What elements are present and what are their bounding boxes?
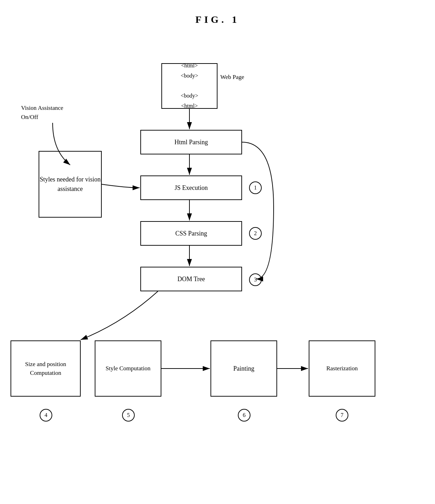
rasterization-box: Rasterization bbox=[309, 340, 375, 397]
painting-label: Painting bbox=[233, 365, 254, 372]
js-execution-box: JS Execution bbox=[140, 175, 242, 200]
html-parsing-box: Html Parsing bbox=[140, 130, 242, 154]
webpage-label: Web Page bbox=[220, 74, 244, 81]
vision-assistance-label: Vision AssistanceOn/Off bbox=[21, 104, 63, 121]
styles-needed-box: Styles needed for vision assistance bbox=[39, 151, 102, 218]
circle-3: 3 bbox=[249, 273, 262, 286]
css-parsing-box: CSS Parsing bbox=[140, 221, 242, 246]
styles-needed-text: Styles needed for vision assistance bbox=[39, 175, 101, 194]
circle-1: 1 bbox=[249, 181, 262, 194]
rasterization-label: Rasterization bbox=[326, 365, 358, 372]
dom-tree-box: DOM Tree bbox=[140, 267, 242, 291]
css-parsing-label: CSS Parsing bbox=[175, 230, 207, 237]
html-parsing-label: Html Parsing bbox=[174, 139, 208, 146]
painting-box: Painting bbox=[210, 340, 277, 397]
circle-6: 6 bbox=[238, 409, 250, 422]
circle-2: 2 bbox=[249, 227, 262, 240]
js-execution-label: JS Execution bbox=[175, 184, 208, 192]
circle-7: 7 bbox=[336, 409, 348, 422]
dom-tree-label: DOM Tree bbox=[178, 276, 205, 283]
size-position-box: Size and position Computation bbox=[11, 340, 81, 397]
circle-4: 4 bbox=[40, 409, 52, 422]
size-position-label: Size and position Computation bbox=[11, 360, 80, 378]
style-computation-label: Style Computation bbox=[106, 364, 150, 373]
figure-title: FIG. 1 bbox=[0, 0, 435, 25]
style-computation-box: Style Computation bbox=[95, 340, 161, 397]
webpage-box: <html> <body> <body> <html> bbox=[161, 63, 218, 109]
circle-5: 5 bbox=[122, 409, 135, 422]
diagram-container: <html> <body> <body> <html> Web Page Vis… bbox=[0, 35, 435, 504]
